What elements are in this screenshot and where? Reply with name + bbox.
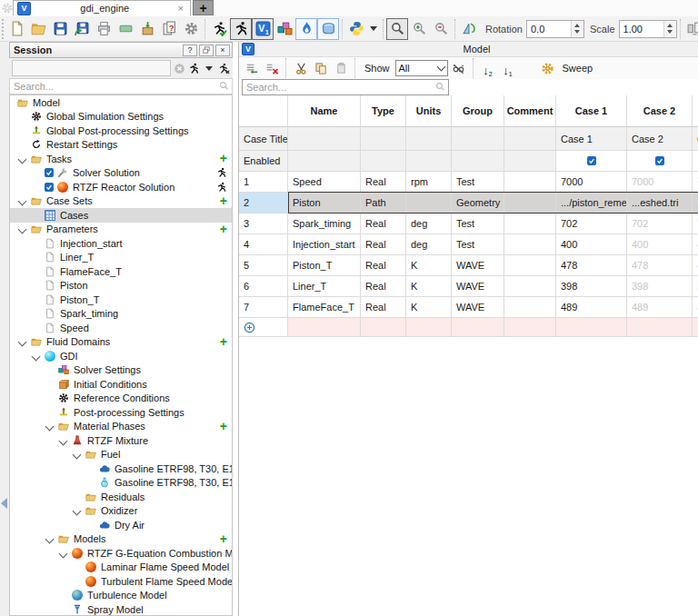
case2-value-cell[interactable]: ...eshed.tri — [627, 193, 693, 214]
tree-item-gasoline-etrf98-t30-e10-2[interactable]: Gasoline ETRF98, T30, E10_2 — [10, 476, 232, 491]
type-cell[interactable]: Real — [361, 276, 406, 297]
case1-value-cell[interactable]: 398 — [556, 276, 627, 297]
run-task-button[interactable] — [216, 167, 227, 178]
tree-item-restart-settings[interactable]: Restart Settings — [10, 138, 232, 153]
run-active-button[interactable] — [230, 18, 252, 40]
dropdown-arrow-icon[interactable] — [205, 66, 213, 71]
add-button[interactable]: + — [220, 420, 227, 433]
tree-item-gdi[interactable]: GDI — [10, 349, 232, 363]
tab-close-icon[interactable]: × — [175, 3, 186, 14]
name-cell[interactable]: Spark_timing — [288, 214, 361, 234]
add-button[interactable]: + — [220, 532, 227, 546]
model-panel-header[interactable]: V Model — [239, 42, 698, 57]
transform-box-button[interactable] — [683, 18, 698, 40]
units-cell[interactable]: K — [406, 276, 452, 297]
units-cell[interactable]: rpm — [406, 172, 452, 193]
combustion-flame-button[interactable] — [295, 18, 317, 40]
comment-cell[interactable] — [504, 193, 556, 214]
session-float-button[interactable] — [199, 45, 214, 56]
tree-item-speed[interactable]: Speed — [10, 321, 232, 335]
expander-chevron-icon[interactable] — [18, 225, 27, 234]
case2-value-cell[interactable]: 478 — [627, 255, 693, 276]
save-as-button[interactable] — [71, 18, 93, 40]
task-checkbox[interactable] — [45, 183, 54, 192]
group-cell[interactable]: Geometry — [452, 193, 504, 214]
units-cell[interactable]: K — [406, 297, 452, 318]
case1-value-cell[interactable]: 702 — [556, 214, 627, 234]
tree-item-rtzf-reactor-solution[interactable]: RTZF Reactor Solution — [10, 180, 232, 194]
import-geometry-button[interactable] — [136, 18, 158, 40]
tree-item-fuel[interactable]: Fuel — [10, 448, 232, 462]
paste-button[interactable] — [332, 59, 350, 77]
model-search-input[interactable] — [242, 79, 449, 95]
column-header-case-2[interactable]: Case 2 — [627, 95, 693, 127]
name-cell[interactable]: FlameFace_T — [288, 297, 361, 318]
view-v1-button[interactable]: V1 — [252, 18, 274, 40]
column-header-name[interactable]: Name — [288, 95, 361, 127]
scale-input[interactable] — [620, 21, 663, 37]
rotation-spin-arrows[interactable] — [571, 21, 583, 37]
case-enabled-checkbox[interactable] — [587, 156, 596, 165]
group-cell[interactable]: WAVE — [452, 297, 504, 318]
settings-gear-button[interactable] — [180, 18, 202, 40]
slide-view-button[interactable] — [115, 18, 136, 40]
tree-item-post-processing-settings[interactable]: Post-processing Settings — [10, 405, 232, 420]
column-header-blank[interactable] — [239, 95, 288, 127]
units-cell[interactable]: deg — [406, 214, 452, 234]
save-button[interactable] — [49, 18, 71, 40]
case1-value-cell[interactable]: .../piston_remeshed.tri — [556, 193, 627, 214]
tree-item-gasoline-etrf98-t30-e10[interactable]: Gasoline ETRF98, T30, E10 — [10, 462, 232, 476]
type-cell[interactable]: Real — [361, 234, 406, 255]
tree-item-model[interactable]: Model — [10, 95, 232, 110]
geometry-cubes-button[interactable] — [274, 18, 295, 40]
zoom-out-button[interactable] — [430, 18, 452, 40]
case2-value-cell[interactable]: 398 — [627, 276, 693, 297]
group-cell[interactable]: Test — [452, 234, 504, 255]
tree-item-residuals[interactable]: Residuals — [10, 490, 232, 504]
expander-chevron-icon[interactable] — [59, 549, 68, 558]
tree-item-rtzf-mixture[interactable]: RTZF Mixture — [10, 433, 232, 448]
sort-12-button[interactable]: ↓2 — [479, 59, 497, 77]
script-dropdown-arrow[interactable] — [370, 26, 377, 31]
tab-gdi-engine[interactable]: V gdi_engine × — [13, 0, 191, 15]
add-row-button[interactable] — [239, 318, 288, 337]
tree-item-rtzf-g-equation-combustion-model[interactable]: RTZF G-Equation Combustion Model — [10, 546, 232, 561]
tree-item-solver-solution[interactable]: Solver Solution — [10, 166, 232, 181]
name-cell[interactable]: Liner_T — [288, 276, 361, 297]
open-folder-button[interactable] — [27, 18, 49, 40]
new-tab-button[interactable]: + — [193, 0, 214, 15]
sort-21-button[interactable]: ↓1 — [499, 59, 517, 77]
row-number-cell[interactable]: 6 — [239, 276, 288, 297]
row-number-cell[interactable]: 3 — [239, 214, 288, 234]
expander-chevron-icon[interactable] — [18, 154, 27, 164]
tree-item-flameface-t[interactable]: FlameFace_T — [10, 264, 232, 279]
comment-cell[interactable] — [504, 276, 556, 297]
run-check-button[interactable] — [208, 18, 230, 40]
session-panel-header[interactable]: Session ?× — [9, 42, 233, 58]
enabled-cell[interactable] — [627, 151, 693, 172]
toolbar-drag-handle[interactable] — [2, 19, 4, 39]
case2-value-cell[interactable]: 400 — [627, 234, 693, 255]
expander-chevron-icon[interactable] — [18, 197, 27, 206]
tree-item-case-sets[interactable]: Case Sets+ — [10, 194, 232, 209]
name-cell[interactable]: Piston — [288, 193, 361, 214]
group-cell[interactable]: Test — [452, 172, 504, 193]
scale-spin-arrows[interactable] — [663, 21, 676, 37]
tree-item-models[interactable]: Models+ — [10, 532, 232, 547]
expander-chevron-icon[interactable] — [73, 451, 82, 460]
insert-row-button[interactable] — [243, 59, 261, 77]
comment-cell[interactable] — [504, 255, 556, 276]
expander-chevron-icon[interactable] — [45, 422, 55, 432]
tree-item-global-simulation-settings[interactable]: Global Simulation Settings — [10, 110, 232, 124]
comment-cell[interactable] — [504, 172, 556, 193]
tree-item-cases[interactable]: Cases — [10, 208, 232, 223]
add-button[interactable]: + — [220, 335, 227, 349]
zoom-window-button[interactable] — [386, 18, 408, 40]
tree-item-oxidizer[interactable]: Oxidizer — [10, 504, 232, 519]
tree-item-injection-start[interactable]: Injection_start — [10, 236, 232, 251]
type-cell[interactable]: Path — [361, 193, 406, 214]
group-cell[interactable]: WAVE — [452, 276, 504, 297]
type-cell[interactable]: Real — [361, 255, 406, 276]
tree-item-turbulence-model[interactable]: Turbulence Model — [10, 589, 232, 603]
enabled-cell[interactable] — [556, 151, 627, 172]
